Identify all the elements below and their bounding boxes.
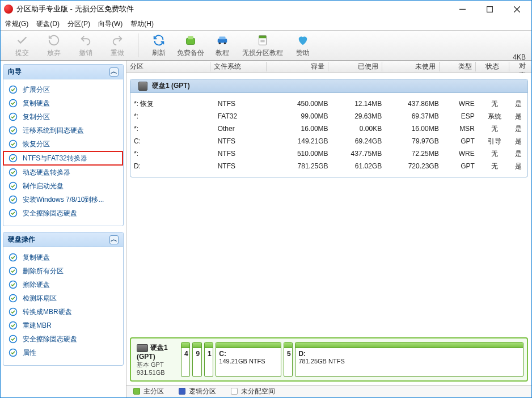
wizard-icon <box>8 84 18 95</box>
refresh-button[interactable]: 刷新 <box>143 33 175 58</box>
menu-general[interactable]: 常规(G) <box>5 19 28 29</box>
app-icon <box>4 5 13 14</box>
navitem-label: 复制分区 <box>23 112 50 122</box>
col-partition[interactable]: 分区 <box>126 62 210 71</box>
wizard-item-9[interactable]: 安全擦除固态硬盘 <box>3 206 123 220</box>
partition-row[interactable]: *:Other16.00MB0.00KB16.00MBMSR无是 <box>130 122 527 135</box>
lossless-tutorial-button[interactable]: 无损分区教程 <box>238 33 287 58</box>
disk-icon <box>137 344 148 352</box>
diskop-item-0[interactable]: 复制硬盘 <box>3 251 123 264</box>
discard-button[interactable]: 放弃 <box>38 33 70 58</box>
partition-row[interactable]: C:NTFS149.21GB69.24GB79.97GBGPT引导是 <box>130 135 527 147</box>
wizard-item-4[interactable]: 恢复分区 <box>3 137 123 151</box>
wizard-icon <box>8 153 18 163</box>
partition-row[interactable]: *:NTFS510.00MB437.75MB72.25MBWRE无是 <box>130 147 527 160</box>
wizard-item-6[interactable]: 动态硬盘转换器 <box>3 166 123 179</box>
svg-point-8 <box>224 42 226 44</box>
wizard-icon <box>8 208 18 218</box>
diskmap-segment[interactable]: 4 <box>181 342 190 377</box>
col-capacity[interactable]: 容量 <box>267 62 328 71</box>
svg-rect-5 <box>188 36 193 39</box>
diskop-icon <box>8 280 18 290</box>
navitem-label: 复制硬盘 <box>23 253 50 262</box>
donate-button[interactable]: 赞助 <box>287 33 319 58</box>
diskop-icon <box>8 293 18 303</box>
diskop-icon <box>8 348 18 358</box>
wizard-icon <box>8 167 18 177</box>
wizard-item-8[interactable]: 安装Windows 7/8/10到移... <box>3 193 123 206</box>
wizard-item-5[interactable]: NTFS与FAT32转换器 <box>3 151 123 166</box>
partition-row[interactable]: D:NTFS781.25GB61.02GB720.23GBGPT无是 <box>130 160 527 172</box>
navitem-label: 制作启动光盘 <box>23 181 64 191</box>
diskop-item-5[interactable]: 重建MBR <box>3 319 123 332</box>
refresh-icon <box>152 33 166 47</box>
menu-help[interactable]: 帮助(H) <box>130 19 154 29</box>
col-filesystem[interactable]: 文件系统 <box>210 62 267 71</box>
redo-icon <box>111 33 124 47</box>
wizard-icon <box>8 125 18 136</box>
tutorial-button[interactable]: 教程 <box>206 33 238 58</box>
partition-row[interactable]: *: 恢复NTFS450.00MB12.14MB437.86MBWRE无是 <box>130 98 527 110</box>
legend-bar: 主分区 逻辑分区 未分配空间 <box>126 385 531 397</box>
wizard-icon <box>8 112 18 122</box>
diskop-item-1[interactable]: 删除所有分区 <box>3 264 123 278</box>
diskop-icon <box>8 307 18 317</box>
navitem-label: 动态硬盘转换器 <box>23 168 70 177</box>
diskops-panel: 硬盘操作 ︿ 复制硬盘删除所有分区擦除硬盘检测坏扇区转换成MBR硬盘重建MBR安… <box>3 232 124 366</box>
svg-rect-9 <box>219 36 226 39</box>
menu-partition[interactable]: 分区(P) <box>67 19 90 29</box>
wizard-icon <box>8 139 18 149</box>
diskop-item-3[interactable]: 检测坏扇区 <box>3 291 123 305</box>
undo-button[interactable]: 撤销 <box>70 33 102 58</box>
navitem-label: 转换成MBR硬盘 <box>23 307 72 317</box>
wizard-item-2[interactable]: 复制分区 <box>3 110 123 124</box>
wizard-icon <box>8 194 18 205</box>
col-unused[interactable]: 未使用 <box>382 62 440 71</box>
legend-unalloc: 未分配空间 <box>231 387 275 396</box>
partition-row[interactable]: *:FAT3299.00MB29.63MB69.37MBESP系统是 <box>130 110 527 122</box>
wizard-item-1[interactable]: 复制硬盘 <box>3 96 123 110</box>
wizard-item-7[interactable]: 制作启动光盘 <box>3 179 123 193</box>
diskops-panel-header[interactable]: 硬盘操作 ︿ <box>3 232 123 247</box>
wizard-item-0[interactable]: 扩展分区 <box>3 83 123 96</box>
disk-icon <box>138 82 147 91</box>
close-button[interactable] <box>509 3 525 15</box>
toolbar: 提交 放弃 撤销 重做 刷新 免费备份 教程 无损分区教程 赞助 <box>1 30 531 61</box>
commit-button[interactable]: 提交 <box>6 33 38 58</box>
disk-title-row[interactable]: 硬盘1 (GPT) <box>130 79 527 93</box>
maximize-button[interactable] <box>482 3 497 15</box>
undo-icon <box>79 33 92 47</box>
legend-logical: 逻辑分区 <box>179 387 216 396</box>
menu-wizard[interactable]: 向导(W) <box>98 19 123 29</box>
toolbar-separator <box>138 33 138 57</box>
backup-button[interactable]: 免费备份 <box>175 33 206 58</box>
diskmap-segment[interactable]: 1 <box>204 342 213 377</box>
diskop-item-4[interactable]: 转换成MBR硬盘 <box>3 305 123 319</box>
redo-button[interactable]: 重做 <box>102 33 133 58</box>
menu-disk[interactable]: 硬盘(D) <box>36 19 60 29</box>
disk-map: 硬盘1 (GPT) 基本 GPT 931.51GB 491C:149.21GB … <box>130 337 528 382</box>
navitem-label: 删除所有分区 <box>23 266 64 276</box>
diskmap-segment[interactable]: D:781.25GB NTFS <box>295 342 523 377</box>
diskop-item-6[interactable]: 安全擦除固态硬盘 <box>3 332 123 346</box>
wizard-panel-header[interactable]: 向导 ︿ <box>3 65 123 79</box>
diskop-icon <box>8 266 18 276</box>
diskop-item-2[interactable]: 擦除硬盘 <box>3 278 123 291</box>
wizard-panel: 向导 ︿ 扩展分区复制硬盘复制分区迁移系统到固态硬盘恢复分区NTFS与FAT32… <box>3 64 124 226</box>
diskop-icon <box>8 334 18 344</box>
chevron-up-icon[interactable]: ︿ <box>109 235 119 244</box>
diskmap-segment[interactable]: 5 <box>284 342 293 377</box>
diskmap-segment[interactable]: C:149.21GB NTFS <box>216 342 281 377</box>
wizard-item-3[interactable]: 迁移系统到固态硬盘 <box>3 124 123 137</box>
col-used[interactable]: 已使用 <box>328 62 382 71</box>
col-type[interactable]: 类型 <box>440 62 475 71</box>
diskmap-segment[interactable]: 9 <box>192 342 201 377</box>
diskop-item-7[interactable]: 属性 <box>3 346 123 359</box>
chevron-up-icon[interactable]: ︿ <box>109 67 119 77</box>
navitem-label: 安全擦除固态硬盘 <box>23 335 77 344</box>
wizard-icon <box>8 181 18 191</box>
disk-map-info[interactable]: 硬盘1 (GPT) 基本 GPT 931.51GB <box>134 342 179 377</box>
col-status[interactable]: 状态 <box>476 62 509 71</box>
doc-icon <box>256 33 269 47</box>
minimize-button[interactable] <box>454 3 470 15</box>
